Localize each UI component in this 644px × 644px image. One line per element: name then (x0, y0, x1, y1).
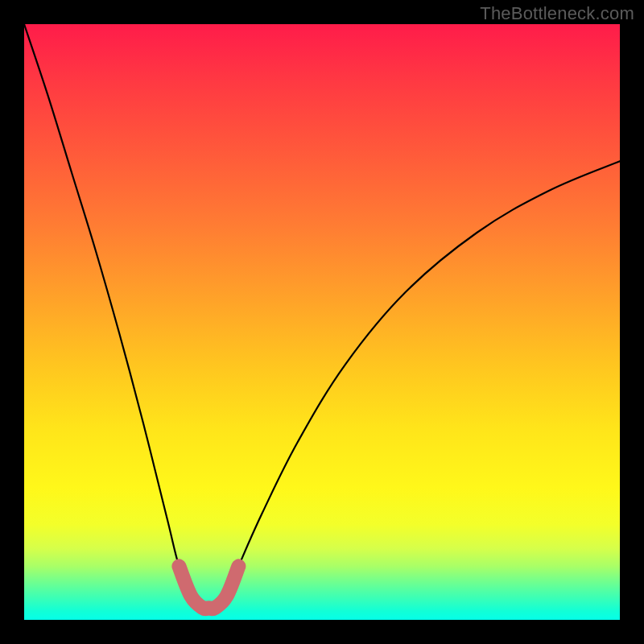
highlight-curve-path (179, 566, 238, 609)
chart-container: TheBottleneck.com (0, 0, 644, 644)
curve-layer (24, 24, 620, 620)
plot-area (24, 24, 620, 620)
main-curve-path (24, 24, 620, 609)
watermark-text: TheBottleneck.com (480, 3, 634, 24)
